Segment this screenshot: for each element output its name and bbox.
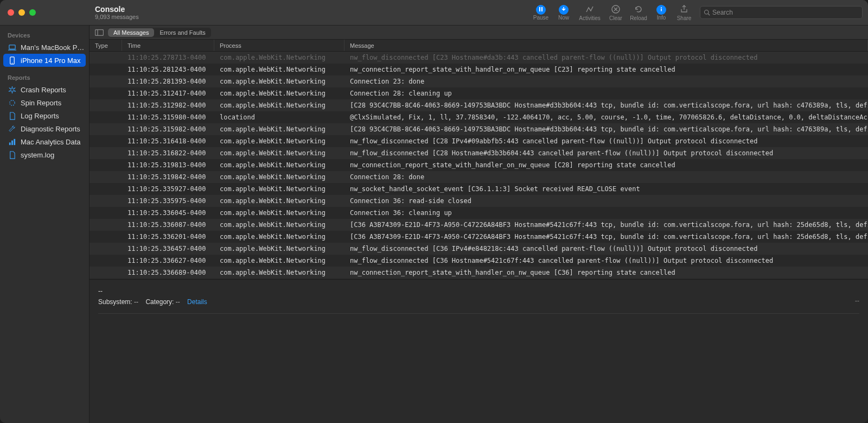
sidebar-item-label: Spin Reports	[21, 99, 61, 107]
sidebar-heading-devices: Devices	[3, 30, 86, 41]
table-row[interactable]: 11:10:25.316418-0400com.apple.WebKit.Net…	[90, 135, 868, 147]
table-row[interactable]: 11:10:25.336201-0400com.apple.WebKit.Net…	[90, 231, 868, 243]
cell-process: com.apple.WebKit.Networking	[214, 66, 344, 73]
cell-time: 11:10:25.316822-0400	[122, 149, 214, 157]
cell-time: 11:10:25.278713-0400	[122, 54, 214, 61]
table-row[interactable]: 11:10:25.336045-0400com.apple.WebKit.Net…	[90, 207, 868, 219]
table-row[interactable]: 11:10:25.335927-0400com.apple.WebKit.Net…	[90, 183, 868, 195]
cell-message: Connection 23: done	[344, 78, 868, 85]
cell-time: 11:10:25.336689-0400	[122, 269, 214, 276]
cell-message: Connection 28: cleaning up	[344, 90, 868, 97]
table-row[interactable]: 11:10:25.278713-0400com.apple.WebKit.Net…	[90, 52, 868, 64]
cell-process: com.apple.WebKit.Networking	[214, 233, 344, 241]
cell-message: [C28 93C4C7BB-8C46-4063-8669-149753BA3BD…	[344, 125, 868, 133]
sidebar-item-spin-reports[interactable]: Spin Reports	[3, 96, 86, 109]
table-row[interactable]: 11:10:25.315980-0400locationd@ClxSimulat…	[90, 111, 868, 123]
table-row[interactable]: 11:10:25.281393-0400com.apple.WebKit.Net…	[90, 75, 868, 87]
log-table: Type Time Process Message 11:10:25.27871…	[90, 40, 868, 279]
table-row[interactable]: 11:10:25.312417-0400com.apple.WebKit.Net…	[90, 87, 868, 99]
phone-icon	[8, 56, 16, 65]
table-row[interactable]: 11:10:25.319842-0400com.apple.WebKit.Net…	[90, 171, 868, 183]
search-input[interactable]	[712, 9, 859, 16]
table-body[interactable]: 11:10:25.278713-0400com.apple.WebKit.Net…	[90, 52, 868, 279]
cell-time: 11:10:25.335927-0400	[122, 185, 214, 193]
column-header-process[interactable]: Process	[214, 40, 344, 51]
cell-time: 11:10:25.336201-0400	[122, 233, 214, 241]
clear-button[interactable]: Clear	[604, 0, 627, 26]
table-row[interactable]: 11:10:25.336087-0400com.apple.WebKit.Net…	[90, 219, 868, 231]
window-zoom-button[interactable]	[29, 9, 36, 16]
activities-button[interactable]: Activities	[575, 0, 604, 26]
doc-icon	[8, 150, 16, 159]
burst-icon	[8, 85, 16, 94]
sidebar-toggle-button[interactable]	[94, 28, 105, 37]
cell-process: com.apple.WebKit.Networking	[214, 269, 344, 276]
svg-rect-10	[9, 142, 10, 145]
laptop-icon	[8, 43, 16, 52]
info-button[interactable]: Info	[650, 0, 673, 26]
subsystem-label: Subsystem:	[98, 298, 132, 306]
share-button[interactable]: Share	[673, 0, 695, 26]
sidebar-item-log-reports[interactable]: Log Reports	[3, 109, 86, 122]
table-row[interactable]: 11:10:25.281243-0400com.apple.WebKit.Net…	[90, 64, 868, 75]
table-row[interactable]: 11:10:25.312982-0400com.apple.WebKit.Net…	[90, 99, 868, 111]
sidebar-heading-reports: Reports	[3, 72, 86, 83]
sidebar-item-iphone[interactable]: iPhone 14 Pro Max	[3, 54, 86, 67]
table-row[interactable]: 11:10:25.336627-0400com.apple.WebKit.Net…	[90, 255, 868, 267]
info-icon	[656, 5, 666, 15]
now-button[interactable]: Now	[552, 0, 575, 26]
detail-body: --	[98, 287, 859, 295]
cell-process: com.apple.WebKit.Networking	[214, 173, 344, 181]
detail-meta-line: Subsystem: -- Category: -- Details	[98, 298, 859, 306]
filter-segmented-control[interactable]: All Messages Errors and Faults	[108, 28, 211, 37]
cell-time: 11:10:25.315982-0400	[122, 125, 214, 133]
pause-icon	[536, 5, 546, 15]
filter-errors-faults[interactable]: Errors and Faults	[154, 28, 210, 37]
pause-button[interactable]: Pause	[529, 0, 552, 26]
sidebar-item-label: Crash Reports	[21, 86, 66, 94]
cell-process: com.apple.WebKit.Networking	[214, 221, 344, 229]
sidebar-item-system-log[interactable]: system.log	[3, 148, 86, 161]
table-row[interactable]: 11:10:25.315982-0400com.apple.WebKit.Net…	[90, 123, 868, 135]
cell-message: nw_connection_report_state_with_handler_…	[344, 66, 868, 73]
cell-process: com.apple.WebKit.Networking	[214, 197, 344, 205]
cell-process: com.apple.WebKit.Networking	[214, 102, 344, 109]
wrench-icon	[8, 124, 16, 133]
cell-message: Connection 28: done	[344, 173, 868, 181]
column-header-type[interactable]: Type	[90, 40, 122, 51]
cell-process: com.apple.WebKit.Networking	[214, 185, 344, 193]
main-panel: All Messages Errors and Faults Type Time…	[90, 26, 868, 423]
clear-icon	[611, 4, 621, 14]
toolbar: Pause Now Activities Clear Reload Info	[529, 0, 868, 25]
svg-rect-11	[11, 140, 13, 144]
window-close-button[interactable]	[8, 9, 14, 16]
sidebar-item-crash-reports[interactable]: Crash Reports	[3, 83, 86, 96]
search-field[interactable]	[700, 6, 863, 19]
cell-time: 11:10:25.336457-0400	[122, 245, 214, 252]
sidebar-item-label: iPhone 14 Pro Max	[21, 56, 81, 65]
table-row[interactable]: 11:10:25.316822-0400com.apple.WebKit.Net…	[90, 147, 868, 159]
reload-button[interactable]: Reload	[627, 0, 650, 26]
table-row[interactable]: 11:10:25.336689-0400com.apple.WebKit.Net…	[90, 267, 868, 279]
details-link[interactable]: Details	[187, 298, 207, 306]
cell-message: nw_connection_report_state_with_handler_…	[344, 269, 868, 276]
sidebar-item-macbook[interactable]: Man's MacBook P…	[3, 41, 86, 54]
cell-message: nw_flow_disconnected [C36 IPv4#e848218c:…	[344, 245, 868, 252]
window-minimize-button[interactable]	[18, 9, 25, 16]
spinner-icon	[8, 98, 16, 107]
cell-time: 11:10:25.281243-0400	[122, 66, 214, 73]
cell-message: [C36 A3B74309-E21D-4F73-A950-C47226A84BF…	[344, 221, 868, 229]
table-row[interactable]: 11:10:25.319813-0400com.apple.WebKit.Net…	[90, 159, 868, 171]
table-row[interactable]: 11:10:25.336457-0400com.apple.WebKit.Net…	[90, 243, 868, 255]
column-header-time[interactable]: Time	[122, 40, 214, 51]
share-icon	[679, 4, 689, 14]
sidebar-item-label: Diagnostic Reports	[21, 125, 80, 133]
column-header-message[interactable]: Message	[344, 40, 868, 51]
sidebar-item-diagnostic-reports[interactable]: Diagnostic Reports	[3, 122, 86, 135]
cell-time: 11:10:25.315980-0400	[122, 113, 214, 121]
table-row[interactable]: 11:10:25.335975-0400com.apple.WebKit.Net…	[90, 195, 868, 207]
titlebar: Console 9,093 messages Pause Now Activit…	[0, 0, 868, 26]
detail-pane: -- Subsystem: -- Category: -- Details --	[90, 279, 868, 423]
filter-all-messages[interactable]: All Messages	[108, 28, 154, 37]
sidebar-item-mac-analytics[interactable]: Mac Analytics Data	[3, 135, 86, 148]
